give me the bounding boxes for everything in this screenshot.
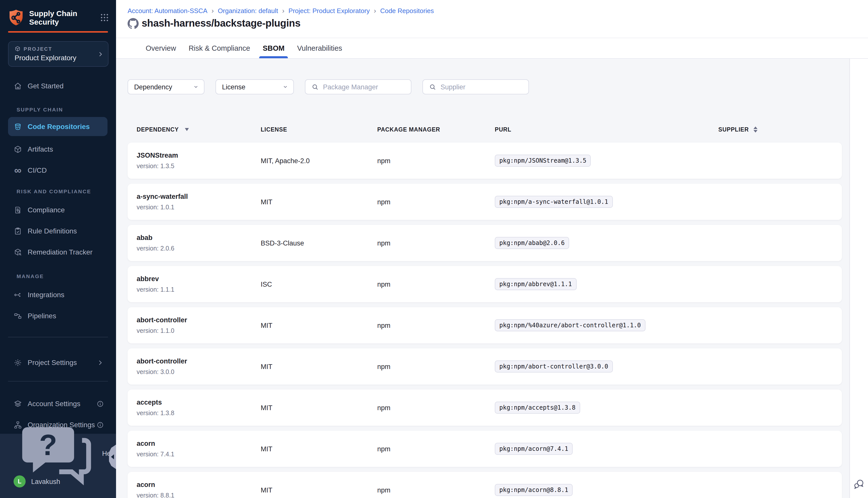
dependency-name: a-sync-waterfall bbox=[137, 193, 252, 200]
sidebar: Supply Chain Security PROJECT Product Ex… bbox=[0, 0, 116, 498]
breadcrumb-project[interactable]: Project: Product Exploratory bbox=[288, 7, 370, 14]
table-header: DEPENDENCY LICENSE PACKAGE MANAGER PURL … bbox=[128, 127, 842, 132]
help-button[interactable]: ? Help bbox=[0, 444, 116, 462]
package-manager-search-input[interactable] bbox=[322, 82, 406, 91]
tab-vulnerabilities[interactable]: Vulnerabilities bbox=[297, 38, 342, 58]
sidebar-item-rule-definitions[interactable]: Rule Definitions bbox=[0, 222, 116, 240]
table-row[interactable]: abbrev version: 1.1.1 ISC npm pkg:npm/ab… bbox=[128, 266, 842, 302]
chat-bubbles-icon[interactable] bbox=[853, 478, 865, 490]
purl-cell: pkg:npm/abbrev@1.1.1 bbox=[486, 278, 709, 290]
page-title: shash-harness/backstage-plugins bbox=[142, 17, 300, 29]
purl-cell: pkg:npm/accepts@1.3.8 bbox=[486, 402, 709, 414]
diamond-arrows-icon bbox=[14, 290, 22, 299]
dependency-version: version: 7.4.1 bbox=[137, 451, 252, 458]
dependency-version: version: 1.1.0 bbox=[137, 327, 252, 335]
dependency-name: acorn bbox=[137, 440, 252, 447]
sidebar-item-account-settings[interactable]: Account Settings bbox=[0, 395, 116, 412]
breadcrumb-separator: › bbox=[211, 6, 214, 15]
package-manager-cell: npm bbox=[368, 322, 486, 329]
dependency-name: abort-controller bbox=[137, 316, 252, 324]
dependency-version: version: 8.8.1 bbox=[137, 492, 252, 498]
sidebar-item-pipelines[interactable]: Pipelines bbox=[0, 307, 116, 325]
purl-chip: pkg:npm/abbrev@1.1.1 bbox=[495, 278, 576, 290]
table-row[interactable]: JSONStream version: 1.3.5 MIT, Apache-2.… bbox=[128, 143, 842, 179]
supplier-search-input[interactable] bbox=[440, 82, 523, 91]
sidebar-item-remediation-tracker[interactable]: Remediation Tracker bbox=[0, 243, 116, 261]
gear-icon bbox=[14, 358, 22, 367]
supplier-search-box bbox=[423, 79, 529, 94]
dependency-cell: abab version: 2.0.6 bbox=[128, 234, 252, 252]
tab-risk-compliance[interactable]: Risk & Compliance bbox=[189, 38, 250, 58]
chevron-down-icon bbox=[282, 84, 288, 90]
purl-chip: pkg:npm/JSONStream@1.3.5 bbox=[495, 155, 591, 167]
table-row[interactable]: abort-controller version: 1.1.0 MIT npm … bbox=[128, 307, 842, 343]
pipeline-nodes-icon bbox=[14, 312, 22, 320]
tab-overview[interactable]: Overview bbox=[146, 38, 176, 58]
breadcrumb-organization[interactable]: Organization: default bbox=[218, 7, 278, 14]
dependency-cell: acorn version: 7.4.1 bbox=[128, 440, 252, 458]
breadcrumb-account[interactable]: Account: Automation-SSCA bbox=[128, 7, 207, 14]
chevron-down-icon bbox=[193, 84, 199, 90]
avatar: L bbox=[14, 475, 26, 487]
project-selector[interactable]: PROJECT Product Exploratory bbox=[8, 41, 108, 67]
table-body: JSONStream version: 1.3.5 MIT, Apache-2.… bbox=[128, 143, 850, 498]
breadcrumb-code-repositories[interactable]: Code Repositories bbox=[380, 7, 434, 14]
dependency-name: abort-controller bbox=[137, 357, 252, 365]
breadcrumb-separator: › bbox=[282, 6, 284, 15]
sidebar-item-code-repositories[interactable]: Code Repositories bbox=[8, 117, 107, 136]
sidebar-item-artifacts[interactable]: Artifacts bbox=[0, 140, 116, 158]
breadcrumb: Account: Automation-SSCA › Organization:… bbox=[116, 0, 868, 15]
sidebar-nav: Get Started SUPPLY CHAIN Code Repositori… bbox=[0, 77, 116, 434]
project-name: Product Exploratory bbox=[15, 54, 95, 62]
table-row[interactable]: acorn version: 8.8.1 MIT npm pkg:npm/aco… bbox=[128, 472, 842, 498]
document-search-icon bbox=[14, 206, 22, 214]
table-row[interactable]: abort-controller version: 3.0.0 MIT npm … bbox=[128, 349, 842, 384]
info-circle-icon[interactable] bbox=[96, 400, 104, 407]
sidebar-item-integrations[interactable]: Integrations bbox=[0, 286, 116, 304]
search-icon bbox=[311, 83, 319, 91]
purl-cell: pkg:npm/JSONStream@1.3.5 bbox=[486, 155, 709, 167]
dependency-filter-select[interactable]: Dependency bbox=[128, 79, 205, 94]
license-filter-select[interactable]: License bbox=[216, 79, 294, 94]
code-bucket-icon bbox=[14, 122, 22, 131]
table-row[interactable]: abab version: 2.0.6 BSD-3-Clause npm pkg… bbox=[128, 225, 842, 261]
purl-chip: pkg:npm/abab@2.0.6 bbox=[495, 237, 569, 249]
dependency-version: version: 3.0.0 bbox=[137, 368, 252, 376]
tab-bar: Overview Risk & Compliance SBOM Vulnerab… bbox=[116, 38, 868, 59]
section-label-supply-chain: SUPPLY CHAIN bbox=[16, 106, 116, 113]
sidebar-divider bbox=[8, 337, 108, 337]
table-row[interactable]: accepts version: 1.3.8 MIT npm pkg:npm/a… bbox=[128, 390, 842, 426]
column-header-dependency[interactable]: DEPENDENCY bbox=[128, 127, 252, 132]
purl-chip: pkg:npm/acorn@7.4.1 bbox=[495, 443, 573, 455]
chevron-right-icon bbox=[97, 51, 104, 57]
sidebar-item-get-started[interactable]: Get Started bbox=[0, 77, 116, 95]
purl-cell: pkg:npm/%40azure/abort-controller@1.1.0 bbox=[486, 319, 709, 331]
section-label-risk-compliance: RISK AND COMPLIANCE bbox=[16, 188, 116, 195]
column-header-supplier[interactable]: SUPPLIER bbox=[709, 127, 842, 132]
clipboard-check-icon bbox=[14, 227, 22, 235]
user-name: Lavakush bbox=[31, 478, 60, 485]
dependency-cell: accepts version: 1.3.8 bbox=[128, 398, 252, 417]
license-cell: MIT bbox=[252, 404, 368, 411]
package-manager-cell: npm bbox=[368, 157, 486, 165]
sidebar-item-project-settings[interactable]: Project Settings bbox=[0, 353, 116, 371]
svg-text:?: ? bbox=[39, 429, 57, 462]
dependency-name: JSONStream bbox=[137, 152, 252, 159]
sidebar-footer: ? Help L Lavakush bbox=[0, 434, 116, 498]
info-circle-icon[interactable] bbox=[96, 421, 104, 429]
sidebar-item-cicd[interactable]: ∞ CI/CD bbox=[0, 161, 116, 179]
table-row[interactable]: acorn version: 7.4.1 MIT npm pkg:npm/aco… bbox=[128, 431, 842, 467]
shield-network-icon bbox=[8, 9, 24, 26]
project-label: PROJECT bbox=[24, 46, 52, 51]
package-manager-cell: npm bbox=[368, 363, 486, 370]
purl-chip: pkg:npm/acorn@8.8.1 bbox=[495, 484, 573, 496]
dependency-cell: abort-controller version: 3.0.0 bbox=[128, 357, 252, 376]
sidebar-item-compliance[interactable]: Compliance bbox=[0, 201, 116, 219]
license-cell: MIT bbox=[252, 363, 368, 370]
package-manager-cell: npm bbox=[368, 404, 486, 411]
table-row[interactable]: a-sync-waterfall version: 1.0.1 MIT npm … bbox=[128, 184, 842, 220]
tab-sbom[interactable]: SBOM bbox=[263, 38, 285, 58]
dependency-name: accepts bbox=[137, 398, 252, 406]
license-cell: MIT bbox=[252, 445, 368, 453]
grid-dots-icon[interactable] bbox=[100, 13, 109, 22]
